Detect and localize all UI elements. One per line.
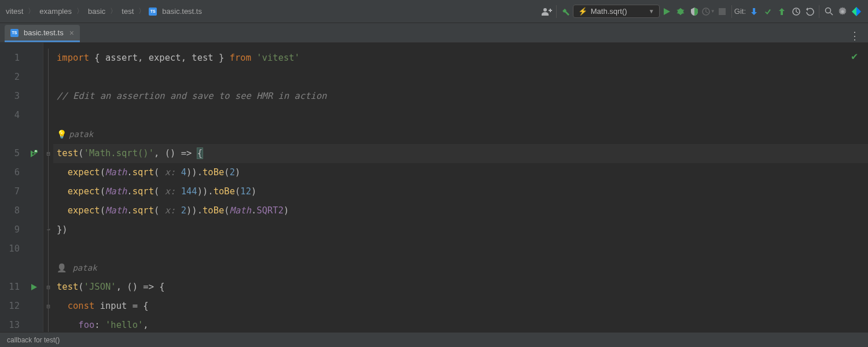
code-line[interactable]: expect(Math.sqrt( x: 2)).toBe(Math.SQRT2…	[53, 201, 868, 220]
chevron-right-icon: 〉	[75, 6, 84, 16]
separator	[556, 5, 557, 18]
code-line[interactable]	[53, 106, 868, 125]
line-number: 7	[0, 182, 20, 201]
settings-icon[interactable]	[836, 5, 849, 19]
gutter-spacer	[24, 106, 43, 125]
gutter-spacer	[24, 68, 43, 87]
line-number: 10	[0, 239, 20, 259]
ts-file-icon	[10, 29, 19, 37]
gutter-spacer	[24, 87, 43, 106]
gutter-spacer	[24, 163, 43, 182]
code-line[interactable]: test('JSON', () => {	[53, 278, 868, 297]
run-config-selector[interactable]: ⚡ Math.sqrt() ▼	[573, 5, 660, 18]
inspection-ok-icon[interactable]: ✔	[851, 50, 858, 62]
separator	[819, 5, 819, 18]
code-line[interactable]: import { assert, expect, test } from 'vi…	[53, 49, 868, 68]
gutter-spacer	[24, 239, 43, 259]
line-number: 4	[0, 106, 20, 125]
run-config-label: Math.sqrt()	[591, 7, 627, 16]
code-line[interactable]: })	[53, 220, 868, 239]
author-inlay: 👤 patak	[53, 259, 868, 278]
code-line-current[interactable]: test('Math.sqrt()', () => {	[53, 144, 868, 163]
debug-button[interactable]	[674, 5, 687, 19]
line-number: 3	[0, 87, 20, 106]
gutter-spacer	[24, 201, 43, 220]
code-editor[interactable]: 1 2 3 4 5 6 7 8 9 10 11 12 13	[0, 43, 868, 332]
git-revert-icon[interactable]	[803, 5, 816, 19]
chevron-right-icon: 〉	[109, 6, 118, 16]
gutter-icons	[24, 43, 43, 332]
line-number: 12	[0, 297, 20, 316]
coverage-button[interactable]	[687, 5, 701, 19]
chevron-right-icon: 〉	[27, 6, 36, 16]
git-history-icon[interactable]	[789, 5, 803, 19]
indent-guide	[48, 49, 49, 335]
tab-label: basic.test.ts	[24, 28, 64, 37]
status-text: callback for test()	[7, 336, 60, 344]
git-pull-icon[interactable]	[747, 5, 761, 19]
bolt-icon: ⚡	[578, 7, 587, 16]
add-user-icon[interactable]	[540, 5, 554, 19]
line-number: 1	[0, 49, 20, 68]
code-line[interactable]: expect(Math.sqrt( x: 4)).toBe(2)	[53, 163, 868, 182]
run-test-icon[interactable]	[24, 278, 43, 297]
crumb-folder[interactable]: examples	[38, 7, 73, 16]
line-gutter: 1 2 3 4 5 6 7 8 9 10 11 12 13	[0, 43, 24, 332]
top-toolbar: vitest 〉 examples 〉 basic 〉 test 〉 basic…	[0, 0, 868, 23]
svg-rect-2	[719, 8, 726, 15]
gutter-spacer	[24, 49, 43, 68]
git-push-icon[interactable]	[775, 5, 789, 19]
fold-gutter: ⊟ ⌐ ⊟ ⊟	[43, 43, 53, 332]
chevron-down-icon: ▼	[649, 8, 654, 14]
crumb-project[interactable]: vitest	[5, 7, 24, 16]
bulb-icon[interactable]: 💡	[57, 130, 67, 139]
git-commit-icon[interactable]	[761, 5, 775, 19]
profile-button[interactable]: ▼	[701, 5, 715, 19]
person-icon: 👤	[57, 263, 67, 272]
chevron-right-icon: 〉	[137, 6, 146, 16]
tabs-overflow-icon[interactable]: ⋮	[841, 29, 868, 42]
stop-button[interactable]	[715, 5, 729, 19]
gutter-spacer	[24, 259, 43, 278]
gutter-spacer	[24, 220, 43, 239]
ts-file-icon	[149, 8, 157, 16]
line-number: 11	[0, 278, 20, 297]
line-number: 8	[0, 201, 20, 220]
crumb-folder[interactable]: basic	[87, 7, 106, 16]
code-area[interactable]: import { assert, expect, test } from 'vi…	[53, 43, 868, 332]
crumb-folder[interactable]: test	[120, 7, 135, 16]
git-label: Git:	[734, 7, 746, 16]
run-button[interactable]	[660, 5, 674, 19]
line-number: 5	[0, 144, 20, 163]
crumb-file[interactable]: basic.test.ts	[161, 7, 203, 16]
gutter-spacer	[24, 182, 43, 201]
jetbrains-logo-icon[interactable]	[849, 5, 863, 19]
status-bar: callback for test()	[0, 332, 868, 347]
line-number: 2	[0, 68, 20, 87]
gutter-spacer	[24, 297, 43, 316]
separator	[731, 5, 732, 18]
line-number: 9	[0, 220, 20, 239]
breadcrumbs: vitest 〉 examples 〉 basic 〉 test 〉 basic…	[5, 6, 203, 16]
build-hammer-icon[interactable]	[559, 5, 573, 19]
svg-point-4	[825, 8, 830, 13]
code-line[interactable]: expect(Math.sqrt( x: 144)).toBe(12)	[53, 182, 868, 201]
code-line[interactable]	[53, 68, 868, 87]
editor-tabs: basic.test.ts × ⋮	[0, 23, 868, 43]
tab-basic-test[interactable]: basic.test.ts ×	[5, 25, 80, 42]
fold-end-icon[interactable]: ⌐	[43, 220, 53, 239]
line-spacer	[0, 125, 20, 144]
line-spacer	[0, 259, 20, 278]
code-line[interactable]: const input = {	[53, 297, 868, 316]
author-inlay: 💡patak	[53, 125, 868, 144]
close-icon[interactable]: ×	[69, 28, 74, 38]
rerun-test-icon[interactable]	[24, 144, 43, 163]
line-number: 6	[0, 163, 20, 182]
search-icon[interactable]	[822, 5, 836, 19]
gutter-spacer	[24, 125, 43, 144]
code-line[interactable]: // Edit an assertion and save to see HMR…	[53, 87, 868, 106]
code-line[interactable]	[53, 239, 868, 259]
